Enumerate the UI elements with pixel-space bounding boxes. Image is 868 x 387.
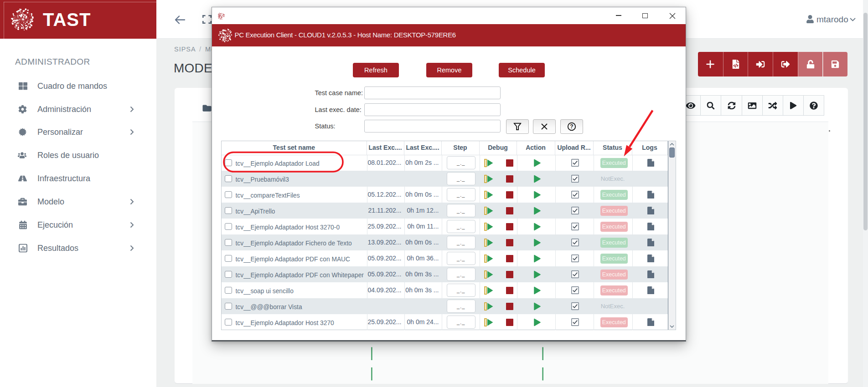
svg-text:?: ?: [570, 123, 573, 130]
